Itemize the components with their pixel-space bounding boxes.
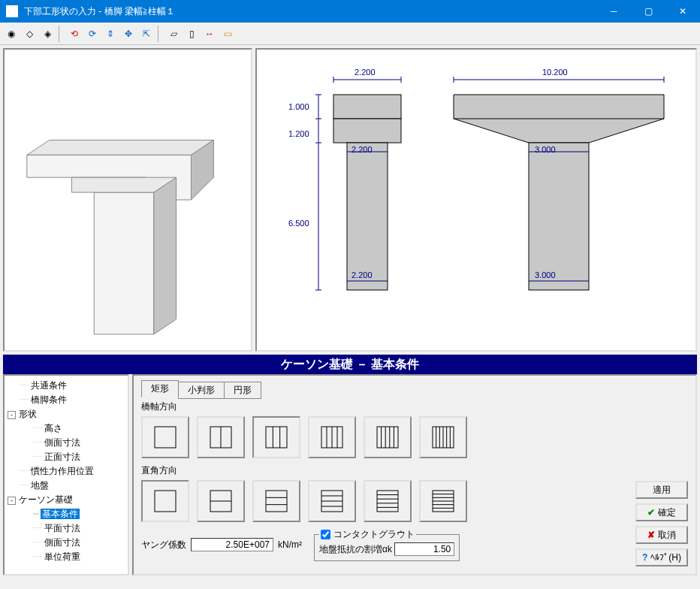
cancel-button[interactable]: ✘取消 bbox=[635, 526, 688, 544]
tree-item[interactable]: ┈ 高さ bbox=[6, 421, 126, 436]
form-panel: 矩形 小判形 円形 橋軸方向 直角方向 ヤング係数 kN/m² コンタクトグラウ… bbox=[132, 374, 697, 575]
shape-option-perp-5[interactable] bbox=[364, 480, 412, 522]
svg-rect-37 bbox=[377, 427, 398, 448]
tree-item[interactable]: -形状 bbox=[6, 407, 126, 421]
shape-option-axial-1[interactable] bbox=[141, 416, 189, 458]
action-buttons: 適用 ✔確定 ✘取消 ?ﾍﾙﾌﾟ(H) bbox=[635, 481, 688, 566]
shape-option-axial-6[interactable] bbox=[419, 416, 467, 458]
tree-item[interactable]: ┈ 側面寸法 bbox=[6, 536, 126, 550]
contact-checkbox[interactable]: コンタクトグラウト bbox=[321, 528, 415, 541]
svg-rect-58 bbox=[377, 491, 398, 512]
maximize-button[interactable]: ▢ bbox=[631, 0, 665, 23]
svg-marker-3 bbox=[94, 192, 154, 334]
tree-toggle-icon[interactable]: - bbox=[8, 411, 16, 419]
tab-circle-label: 円形 bbox=[234, 385, 252, 395]
tool-anchor-icon[interactable]: ⇕ bbox=[102, 26, 119, 42]
tree-item[interactable]: ┈ 慣性力作用位置 bbox=[6, 464, 126, 479]
tool-front-icon[interactable]: ▱ bbox=[165, 26, 182, 42]
tab-circle[interactable]: 円形 bbox=[224, 382, 261, 399]
alpha-input[interactable] bbox=[394, 542, 454, 556]
tree-item-label: ケーソン基礎 bbox=[19, 494, 73, 505]
tree-item-label: 側面寸法 bbox=[44, 437, 80, 448]
tool-cursor-icon[interactable]: ⟲ bbox=[66, 26, 83, 42]
shape-option-perp-1[interactable] bbox=[141, 480, 189, 522]
tree-item[interactable]: ┈ 共通条件 bbox=[6, 379, 126, 393]
young-input[interactable] bbox=[191, 538, 273, 551]
tree-item-label: 側面寸法 bbox=[44, 537, 80, 548]
svg-rect-16 bbox=[347, 143, 388, 290]
toolbar: ◉ ◇ ◈ ⟲ ⟳ ⇕ ✥ ⇱ ▱ ▯ ↔ ▭ bbox=[0, 23, 700, 45]
tree-item-label: 平面寸法 bbox=[44, 523, 80, 533]
svg-rect-27 bbox=[155, 427, 176, 448]
tool-view1-icon[interactable]: ◉ bbox=[3, 26, 20, 42]
tool-section-icon[interactable]: ▭ bbox=[219, 26, 236, 42]
tree-item[interactable]: ┈ 単位荷重 bbox=[6, 550, 126, 564]
svg-marker-4 bbox=[154, 177, 177, 334]
app-icon bbox=[6, 5, 18, 17]
toolbar-separator bbox=[158, 26, 162, 42]
tree-item-label: 慣性力作用位置 bbox=[31, 466, 94, 476]
tree-item-label: 正面寸法 bbox=[44, 452, 80, 462]
dim-h3: 6.500 bbox=[288, 219, 309, 228]
tool-side-icon[interactable]: ▯ bbox=[183, 26, 200, 42]
tree-item-label: 橋脚条件 bbox=[31, 394, 67, 405]
bottom-params: ヤング係数 kN/m² コンタクトグラウト 地盤抵抗の割増αk bbox=[141, 528, 688, 561]
shape-option-axial-5[interactable] bbox=[364, 416, 412, 458]
ok-button[interactable]: ✔確定 bbox=[635, 503, 688, 521]
tool-rotate-icon[interactable]: ⟳ bbox=[84, 26, 101, 42]
tool-dim-icon[interactable]: ↔ bbox=[201, 26, 218, 42]
ok-label: 確定 bbox=[658, 506, 676, 519]
shape-option-perp-2[interactable] bbox=[197, 480, 245, 522]
dim-col-rt: 3.000 bbox=[535, 145, 556, 154]
help-button[interactable]: ?ﾍﾙﾌﾟ(H) bbox=[635, 548, 688, 566]
shape-option-axial-4[interactable] bbox=[308, 416, 356, 458]
lower-panel: ┈ 共通条件┈ 橋脚条件-形状┈ 高さ┈ 側面寸法┈ 正面寸法┈ 慣性力作用位置… bbox=[0, 374, 700, 578]
tree-toggle-icon[interactable]: - bbox=[8, 497, 16, 505]
dim-top-left: 2.200 bbox=[355, 68, 376, 77]
tool-view3-icon[interactable]: ◈ bbox=[39, 26, 56, 42]
contact-label: コンタクトグラウト bbox=[333, 528, 415, 541]
tree-item-label: 基本条件 bbox=[41, 509, 80, 519]
tree-item-label: 高さ bbox=[44, 423, 62, 433]
shape-option-axial-3[interactable] bbox=[252, 416, 300, 458]
svg-rect-48 bbox=[155, 491, 176, 512]
tree-item[interactable]: -ケーソン基礎 bbox=[6, 493, 126, 507]
tool-pan-icon[interactable]: ✥ bbox=[120, 26, 137, 42]
shape-option-perp-4[interactable] bbox=[308, 480, 356, 522]
tool-fit-icon[interactable]: ⇱ bbox=[138, 26, 155, 42]
tree-item[interactable]: ┈ 地盤 bbox=[6, 479, 126, 493]
contact-check-input[interactable] bbox=[321, 530, 330, 539]
tree-view[interactable]: ┈ 共通条件┈ 橋脚条件-形状┈ 高さ┈ 側面寸法┈ 正面寸法┈ 慣性力作用位置… bbox=[3, 374, 129, 575]
tab-oval-label: 小判形 bbox=[188, 385, 215, 395]
tree-item-label: 地盤 bbox=[31, 480, 49, 491]
row1-label: 橋軸方向 bbox=[141, 400, 688, 413]
shape-option-perp-3[interactable] bbox=[252, 480, 300, 522]
shape-tabs: 矩形 小判形 円形 bbox=[141, 380, 688, 397]
svg-rect-15 bbox=[333, 119, 401, 143]
shape-option-perp-6[interactable] bbox=[419, 480, 467, 522]
tree-item[interactable]: ┈ 基本条件 bbox=[6, 507, 126, 521]
apply-button[interactable]: 適用 bbox=[635, 481, 688, 499]
tree-item-label: 共通条件 bbox=[31, 380, 67, 391]
viewports-area: 2.200 10.200 1.000 1.200 6.500 2.200 3.0… bbox=[0, 45, 700, 355]
cross-icon: ✘ bbox=[647, 530, 655, 540]
tree-item[interactable]: ┈ 側面寸法 bbox=[6, 436, 126, 450]
tree-item[interactable]: ┈ 橋脚条件 bbox=[6, 393, 126, 407]
shape-option-axial-2[interactable] bbox=[197, 416, 245, 458]
dim-col-rb: 3.000 bbox=[535, 270, 556, 279]
dim-h2: 1.200 bbox=[288, 129, 309, 138]
viewport-3d[interactable] bbox=[3, 48, 252, 352]
tree-item[interactable]: ┈ 正面寸法 bbox=[6, 450, 126, 464]
viewport-2d[interactable]: 2.200 10.200 1.000 1.200 6.500 2.200 3.0… bbox=[255, 48, 697, 352]
close-button[interactable]: ✕ bbox=[665, 0, 700, 23]
minimize-button[interactable]: ─ bbox=[596, 0, 631, 23]
svg-rect-14 bbox=[333, 95, 401, 119]
tool-view2-icon[interactable]: ◇ bbox=[21, 26, 38, 42]
tab-oval[interactable]: 小判形 bbox=[178, 382, 225, 399]
tab-rect[interactable]: 矩形 bbox=[141, 380, 179, 397]
tree-item[interactable]: ┈ 平面寸法 bbox=[6, 521, 126, 536]
check-icon: ✔ bbox=[647, 507, 655, 518]
contact-group: コンタクトグラウト 地盤抵抗の割増αk bbox=[314, 528, 460, 561]
window-title: 下部工形状の入力 - 橋脚 梁幅≧柱幅１ bbox=[24, 5, 175, 18]
tree-item-label: 形状 bbox=[19, 409, 37, 419]
